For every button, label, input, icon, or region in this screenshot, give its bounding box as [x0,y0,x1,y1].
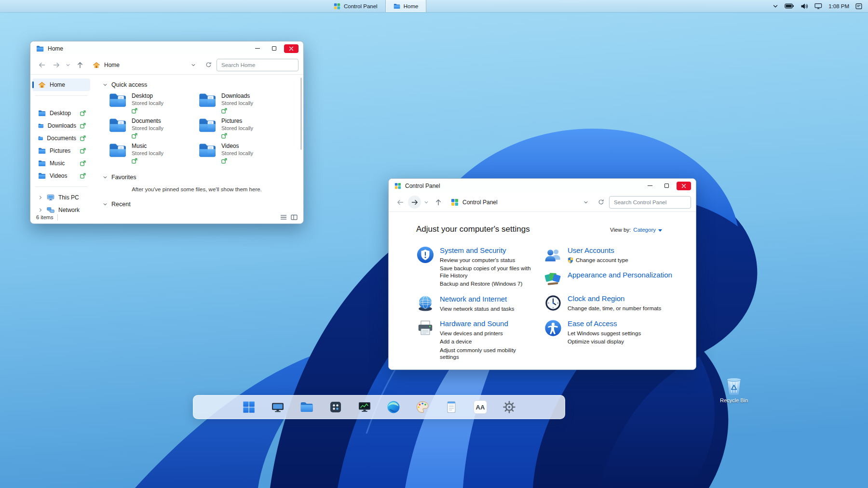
recent-pages-dropdown[interactable] [64,58,72,71]
sidebar-item-this-pc[interactable]: This PC [32,191,90,204]
address-dropdown-icon[interactable] [191,63,196,67]
category-title-link[interactable]: User Accounts [568,246,628,254]
category-title-link[interactable]: Programs [440,368,488,369]
scrollbar[interactable] [300,78,302,150]
category-title-link[interactable]: Appearance and Personalization [568,271,672,279]
quick-access-item-music[interactable]: Music Stored locally [108,142,198,167]
clock-icon[interactable] [544,294,562,312]
back-button[interactable] [393,196,407,209]
category-task-link[interactable]: View devices and printers [440,330,536,337]
sidebar-item-home[interactable]: Home [32,79,90,91]
accessibility-icon[interactable] [544,319,562,337]
chevron-right-icon[interactable] [38,195,43,200]
sidebar-item-desktop[interactable]: Desktop [32,107,90,119]
file-explorer-button[interactable] [299,399,314,415]
refresh-button[interactable] [202,58,215,71]
folder-icon [108,92,127,108]
up-button[interactable] [432,196,445,209]
paint-button[interactable] [415,399,430,415]
quick-access-item-desktop[interactable]: Desktop Stored locally [108,92,198,117]
security-shield-icon[interactable] [416,246,434,264]
appearance-icon[interactable] [544,270,562,289]
back-button[interactable] [35,58,48,71]
globe-icon[interactable] [416,294,434,313]
widgets-button[interactable] [328,399,343,415]
address-text[interactable]: Home [104,62,120,68]
task-view-button[interactable] [270,399,285,415]
clock[interactable]: 1:08 PM [828,3,849,9]
sidebar-item-network[interactable]: Network [32,204,90,216]
maximize-button[interactable] [266,43,282,54]
section-quick-access[interactable]: Quick access [103,81,295,88]
dropdown-arrow-icon[interactable] [658,229,662,232]
sidebar-item-downloads[interactable]: Downloads [32,119,90,132]
control-panel-titlebar[interactable]: Control Panel [389,179,696,193]
address-bar[interactable]: Home [88,58,201,72]
refresh-button[interactable] [595,196,608,209]
close-button[interactable] [284,44,298,53]
category-title-link[interactable]: Ease of Access [568,319,641,328]
taskbar-button-home[interactable]: Home [385,0,427,12]
volume-icon[interactable] [800,3,808,10]
programs-icon[interactable] [416,367,434,369]
category-task-link[interactable]: Add a device [440,338,536,345]
category-task-link[interactable]: Save backup copies of your files with Fi… [440,265,536,279]
printer-icon[interactable] [416,319,434,337]
maximize-button[interactable] [658,181,675,191]
forward-button[interactable] [408,196,421,209]
notepad-button[interactable] [444,399,459,415]
recycle-bin-shortcut[interactable]: Recycle Bin [719,375,748,403]
view-by-value[interactable]: Category [633,227,656,233]
quick-access-item-downloads[interactable]: Downloads Stored locally [198,92,288,117]
close-icon [289,46,294,51]
category-title-link[interactable]: Network and Internet [440,295,514,303]
category-task-link[interactable]: Change date, time, or number formats [568,305,661,312]
category-task-link[interactable]: Change account type [568,257,628,264]
address-bar[interactable]: Control Panel [446,196,593,209]
address-text[interactable]: Control Panel [462,199,498,206]
task-manager-button[interactable] [357,399,372,415]
category-title-link[interactable]: Hardware and Sound [440,319,536,328]
settings-button[interactable] [502,399,517,415]
sidebar-item-music[interactable]: Music [32,157,90,170]
edge-browser-button[interactable] [386,399,401,415]
search-input[interactable] [217,59,298,71]
taskbar-button-control-panel[interactable]: Control Panel [326,0,385,12]
list-view-icon[interactable] [280,214,287,220]
category-title-link[interactable]: System and Security [440,246,536,254]
category-task-link[interactable]: Let Windows suggest settings [568,330,641,337]
up-button[interactable] [73,58,86,71]
details-pane-icon[interactable] [291,214,298,220]
sidebar-item-documents[interactable]: Documents [32,132,90,145]
forward-button[interactable] [50,58,63,71]
search-box [609,196,691,209]
category-task-link[interactable]: Review your computer's status [440,257,536,264]
notification-center-icon[interactable] [855,3,862,10]
chevron-right-icon[interactable] [38,208,43,212]
start-button[interactable] [241,399,257,415]
section-favorites[interactable]: Favorites [103,174,295,181]
section-recent[interactable]: Recent [103,201,295,208]
users-icon[interactable] [544,246,562,264]
quick-access-item-videos[interactable]: Videos Stored locally [198,142,288,167]
category-task-link[interactable]: View network status and tasks [440,305,514,312]
category-task-link[interactable]: Backup and Restore (Windows 7) [440,280,536,287]
network-icon[interactable] [814,3,822,9]
address-dropdown-icon[interactable] [583,200,588,205]
fonts-button[interactable]: AA [473,399,488,415]
explorer-titlebar[interactable]: Home [30,41,303,55]
minimize-button[interactable] [642,181,658,191]
minimize-button[interactable] [249,43,266,54]
quick-access-item-documents[interactable]: Documents Stored locally [108,117,198,142]
battery-icon[interactable] [785,3,794,9]
quick-access-item-pictures[interactable]: Pictures Stored locally [198,117,288,142]
category-title-link[interactable]: Clock and Region [568,294,661,303]
chevron-down-icon[interactable] [773,3,778,9]
close-button[interactable] [677,182,691,190]
search-input[interactable] [609,196,691,209]
category-task-link[interactable]: Adjust commonly used mobility settings [440,347,536,361]
recent-pages-dropdown[interactable] [422,196,430,209]
category-task-link[interactable]: Optimize visual display [568,338,641,345]
sidebar-item-pictures[interactable]: Pictures [32,145,90,157]
sidebar-item-videos[interactable]: Videos [32,170,90,182]
